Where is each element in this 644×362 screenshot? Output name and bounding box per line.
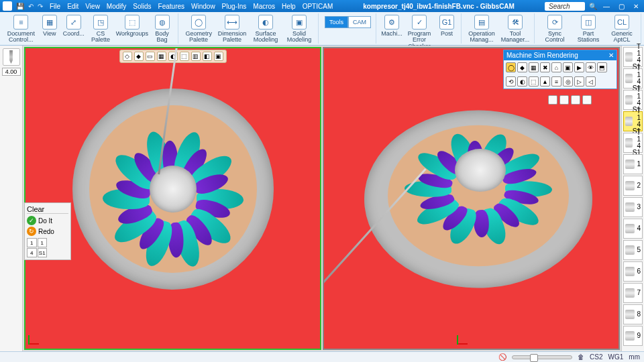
op-list-item[interactable]: 9 <box>623 326 643 346</box>
sim-btn[interactable]: ⬚ <box>529 76 539 86</box>
do-it-button[interactable]: ✓Do It <box>27 215 68 226</box>
menu-file[interactable]: File <box>50 3 60 10</box>
status-stop-icon[interactable]: 🚫 <box>498 353 506 361</box>
sim-btn[interactable]: ▣ <box>563 62 573 72</box>
vp-btn[interactable]: ▦ <box>157 52 166 61</box>
sim-btn[interactable]: ▷ <box>574 76 584 86</box>
menu-edit[interactable]: Edit <box>67 3 78 10</box>
op-tool-icon <box>625 181 635 190</box>
vp-btn[interactable]: ◇ <box>123 52 132 61</box>
ribbon-solid-modeling[interactable]: ▣Solid Modeling <box>283 13 315 45</box>
viewport-right[interactable]: Machine Sim Rendering ✕ ◯◆▦✖⌂▣▶👁⬒ ⟲◐⬚▲≡◎… <box>323 47 620 350</box>
menu-macros[interactable]: Macros <box>253 3 275 10</box>
search-input[interactable]: Search <box>545 2 585 11</box>
menu-window[interactable]: Window <box>191 3 215 10</box>
clear-slot[interactable]: S1 <box>38 248 48 257</box>
status-wg[interactable]: WG1 <box>608 353 624 361</box>
active-tool-icon[interactable] <box>3 48 20 66</box>
maximize-button[interactable]: ▢ <box>616 3 627 10</box>
ribbon-post[interactable]: G1Post <box>435 13 458 38</box>
ribbon-tab-tools[interactable]: Tools <box>325 16 348 28</box>
sim-panel-close-icon[interactable]: ✕ <box>608 52 614 59</box>
op-list-item[interactable]: 3 <box>623 197 643 217</box>
vp-btn[interactable]: ⬚ <box>180 52 189 61</box>
op-list-item[interactable]: 7 <box>623 283 643 303</box>
vp-btn[interactable]: ▭ <box>146 52 155 61</box>
mini-btn[interactable] <box>548 95 557 105</box>
sim-btn[interactable]: ◎ <box>563 76 573 86</box>
status-unit[interactable]: mm <box>629 353 640 361</box>
sim-btn[interactable]: ⬒ <box>597 62 607 72</box>
sim-btn[interactable]: ✖ <box>540 62 550 72</box>
menu-plug-ins[interactable]: Plug-Ins <box>222 3 247 10</box>
ribbon-machi-[interactable]: ⚙Machi... <box>380 13 403 38</box>
menu-help[interactable]: Help <box>282 3 296 10</box>
ribbon-generic-aptcl[interactable]: CLGeneric AptCL <box>606 13 638 45</box>
sim-btn[interactable]: ◯ <box>506 62 516 72</box>
mini-btn[interactable] <box>582 95 592 105</box>
clear-slot[interactable]: 4 <box>27 248 37 257</box>
menu-solids[interactable]: Solids <box>133 3 151 10</box>
op-list-item[interactable]: 2 <box>623 176 643 196</box>
status-cs[interactable]: CS2 <box>590 353 602 361</box>
sim-btn[interactable]: ◆ <box>517 62 527 72</box>
menu-modify[interactable]: Modify <box>107 3 126 10</box>
ribbon-part-stations[interactable]: ◫Part Stations <box>572 13 604 45</box>
search-icon[interactable]: 🔍 <box>589 3 597 10</box>
ribbon-workgroups[interactable]: ⬚Workgroups <box>116 13 148 38</box>
sim-btn[interactable]: ⟲ <box>506 76 516 86</box>
op-list-item[interactable]: 6 <box>623 261 643 282</box>
sim-btn[interactable]: ▦ <box>529 62 539 72</box>
ribbon-view[interactable]: ▦View <box>38 13 61 38</box>
ribbon-tool-manager-[interactable]: 🛠Tool Manager... <box>499 13 531 45</box>
ribbon-operation-manag-[interactable]: ▤Operation Manag... <box>466 13 498 45</box>
ribbon-body-bag[interactable]: ◍Body Bag <box>149 13 175 45</box>
sim-btn[interactable]: ◐ <box>517 76 527 86</box>
viewport-right-mini-toolbar <box>548 95 592 105</box>
ribbon-coord-[interactable]: ⤢Coord... <box>62 13 85 38</box>
op-list-item[interactable]: T 14S1 <box>623 133 643 153</box>
ribbon-sync-control[interactable]: ⟳Sync Control <box>539 13 571 45</box>
status-trash-icon[interactable]: 🗑 <box>578 353 584 361</box>
qat-redo-icon[interactable]: ↷ <box>38 3 43 10</box>
menu-view[interactable]: View <box>85 3 100 10</box>
minimize-button[interactable]: — <box>601 3 612 10</box>
ribbon-tab-cam[interactable]: CAM <box>348 16 371 28</box>
ribbon-cs-palette[interactable]: ◳CS Palette <box>87 13 115 45</box>
op-tool-icon <box>625 331 635 341</box>
sim-btn[interactable]: ▲ <box>540 76 550 86</box>
op-list-item[interactable]: 5 <box>623 240 643 260</box>
close-button[interactable]: ✕ <box>631 3 641 10</box>
op-tool-icon <box>625 224 635 233</box>
sim-btn[interactable]: 👁 <box>586 62 596 72</box>
ribbon-icon: G1 <box>439 15 454 29</box>
vp-btn[interactable]: ◧ <box>203 52 212 61</box>
ribbon-geometry-palette[interactable]: ◯Geometry Palette <box>182 13 215 45</box>
sim-btn[interactable]: ⌂ <box>551 62 561 72</box>
sim-btn[interactable]: ≡ <box>551 76 561 86</box>
sim-btn[interactable]: ▶ <box>574 62 584 72</box>
vp-btn[interactable]: ◆ <box>134 52 144 61</box>
tool-diameter-input[interactable] <box>2 68 21 76</box>
vp-btn[interactable]: ▣ <box>214 52 223 61</box>
ribbon-document-control-[interactable]: ≡Document Control... <box>5 13 37 45</box>
menu-features[interactable]: Features <box>158 3 184 10</box>
mini-btn[interactable] <box>571 95 580 105</box>
mini-btn[interactable] <box>559 95 569 105</box>
ribbon-dimension-palette[interactable]: ⟷Dimension Palette <box>216 13 248 45</box>
op-list-item[interactable]: 8 <box>623 304 643 324</box>
sim-btn[interactable]: ◁ <box>586 76 596 86</box>
vp-btn[interactable]: ▥ <box>191 52 201 61</box>
clear-slot[interactable]: 1 <box>27 238 37 247</box>
op-list-item[interactable]: 1 <box>623 154 643 174</box>
clear-slot[interactable]: 1 <box>38 238 48 247</box>
op-tool-icon <box>625 160 635 169</box>
menu-opticam[interactable]: OPTICAM <box>303 3 333 10</box>
qat-undo-icon[interactable]: ↶ <box>28 3 34 10</box>
op-list-item[interactable]: 4 <box>623 219 643 239</box>
viewport-left[interactable]: ◇◆▭▦◐⬚▥◧▣ <box>24 47 321 350</box>
status-slider[interactable] <box>512 355 572 359</box>
qat-save-icon[interactable]: 💾 <box>16 3 24 10</box>
ribbon-surface-modeling[interactable]: ◐Surface Modeling <box>250 13 282 45</box>
redo-button[interactable]: ↻Redo <box>27 226 68 237</box>
